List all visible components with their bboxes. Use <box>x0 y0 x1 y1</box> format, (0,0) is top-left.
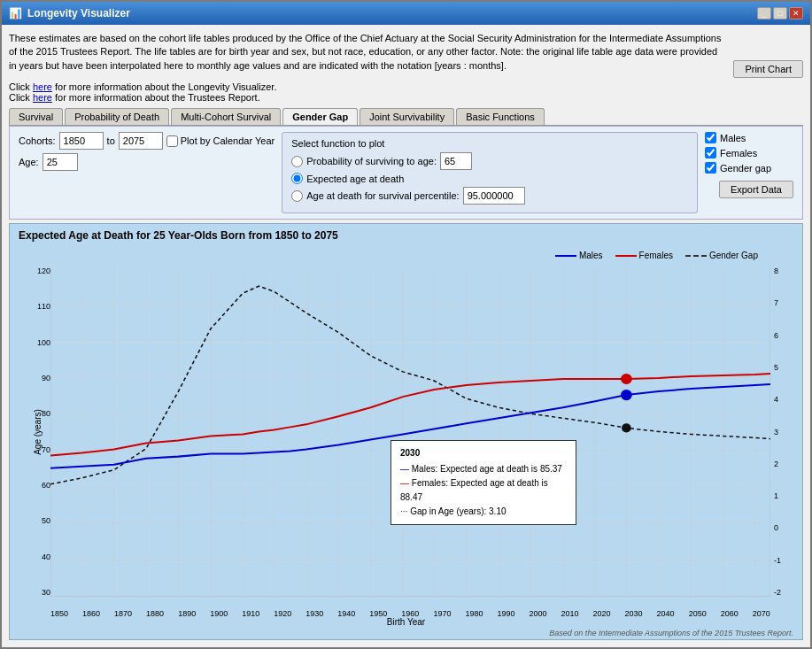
gender-gap-legend-line <box>685 255 707 257</box>
y-label-70: 70 <box>42 445 50 454</box>
tab-probability-of-death[interactable]: Probability of Death <box>65 108 169 125</box>
males-legend-line <box>555 255 576 257</box>
link-row-2: Click here for more information about th… <box>9 92 803 103</box>
y-label-90: 90 <box>42 374 50 382</box>
title-bar-controls: _ □ ✕ <box>757 7 803 19</box>
y-label-40: 40 <box>42 552 50 561</box>
tabs-row: Survival Probability of Death Multi-Coho… <box>9 108 803 126</box>
link2-suffix: for more information about the Trustees … <box>52 92 260 103</box>
minimize-button[interactable]: _ <box>757 7 771 19</box>
plot-calendar-year-checkbox[interactable]: Plot by Calendar Year <box>166 135 275 147</box>
maximize-button[interactable]: □ <box>773 7 787 19</box>
trustees-link[interactable]: here <box>33 92 52 103</box>
legend-gender-gap-label: Gender Gap <box>709 251 758 260</box>
radio-percentile-option: Age at death for survival percentile: 95… <box>291 187 688 205</box>
print-chart-button[interactable]: Print Chart <box>733 60 803 78</box>
description-text: These estimates are based on the cohort … <box>9 32 726 73</box>
radio-expected-option: Expected age at death <box>291 173 688 184</box>
males-checkbox-item[interactable]: Males <box>705 132 793 143</box>
plot-calendar-year-label: Plot by Calendar Year <box>181 135 275 146</box>
legend-males-label: Males <box>579 251 603 260</box>
radio-percentile[interactable] <box>291 190 303 202</box>
tab-survival[interactable]: Survival <box>9 108 63 125</box>
chart-svg <box>50 267 770 597</box>
y-label-100: 100 <box>37 338 50 347</box>
cohort-to-input[interactable]: 2075 <box>119 132 163 150</box>
gender-gap-checkbox-item[interactable]: Gender gap <box>705 162 793 174</box>
function-select-panel: Select function to plot Probability of s… <box>282 132 698 213</box>
percentile-input[interactable]: 95.000000 <box>463 187 525 205</box>
radio-expected-label: Expected age at death <box>306 174 404 184</box>
radio-prob-label: Probability of surviving to age: <box>306 156 437 166</box>
cohort-from-input[interactable]: 1850 <box>59 132 104 150</box>
plot-calendar-year-check[interactable] <box>166 135 178 147</box>
radio-percentile-label: Age at death for survival percentile: <box>306 190 459 201</box>
y-right-label-m2: -2 <box>774 588 781 597</box>
tab-gender-gap[interactable]: Gender Gap <box>282 108 358 125</box>
link-row-1: Click here for more information about th… <box>9 81 803 92</box>
y-right-label-m1: -1 <box>774 556 781 565</box>
link1-prefix: Click <box>9 81 33 92</box>
tooltip-year: 2030 <box>400 446 567 460</box>
controls-left: Cohorts: 1850 to 2075 Plot by Calendar Y… <box>19 132 275 171</box>
males-dot-2030 <box>621 390 632 400</box>
export-data-button[interactable]: Export Data <box>719 181 793 198</box>
content-area: These estimates are based on the cohort … <box>2 25 810 647</box>
tab-basic-functions[interactable]: Basic Functions <box>456 108 545 125</box>
svg-rect-0 <box>50 267 770 597</box>
y-label-60: 60 <box>42 481 50 490</box>
tab-joint-survivability[interactable]: Joint Survivability <box>360 108 454 125</box>
x-axis-labels: 1850 1860 1870 1880 1890 1900 1910 1920 … <box>50 609 770 618</box>
chart-container: Expected Age at Death for 25 Year-Olds B… <box>9 223 803 640</box>
legend-gender-gap: Gender Gap <box>685 251 758 260</box>
legend-females-label: Females <box>639 251 673 260</box>
age-input[interactable]: 25 <box>43 153 78 171</box>
males-checkbox[interactable] <box>705 132 716 143</box>
y-label-80: 80 <box>42 409 50 418</box>
function-select-title: Select function to plot <box>291 138 688 149</box>
y-right-label-6: 6 <box>774 331 778 340</box>
radio-prob-option: Probability of surviving to age: 65 <box>291 152 688 170</box>
tooltip-gap: ··· Gap in Age (years): 3.10 <box>400 505 567 519</box>
y-right-label-8: 8 <box>774 267 778 275</box>
legend-females: Females <box>615 251 673 260</box>
tooltip-males: — Males: Expected age at death is 85.37 <box>400 462 567 476</box>
radio-expected[interactable] <box>291 173 303 184</box>
x-axis-label: Birth Year <box>387 617 425 627</box>
links-area: Click here for more information about th… <box>9 81 803 103</box>
y-right-label-4: 4 <box>774 395 778 404</box>
females-legend-line <box>615 255 637 257</box>
y-axis-left-labels: 120 110 100 90 80 70 60 50 40 30 <box>27 267 50 597</box>
y-right-label-7: 7 <box>774 298 778 307</box>
males-label: Males <box>720 133 746 143</box>
longevity-link[interactable]: here <box>33 81 52 92</box>
y-axis-right-labels: 8 7 6 5 4 3 2 1 0 -1 -2 <box>774 267 797 597</box>
prob-age-input[interactable]: 65 <box>440 152 472 170</box>
tab-multi-cohort-survival[interactable]: Multi-Cohort Survival <box>171 108 281 125</box>
series-checkboxes: Males Females Gender gap <box>705 132 793 174</box>
export-row: Export Data <box>705 181 793 198</box>
chart-title: Expected Age at Death for 25 Year-Olds B… <box>10 224 802 243</box>
y-right-label-5: 5 <box>774 363 778 372</box>
gap-dot-2030 <box>622 424 631 433</box>
gender-gap-checkbox[interactable] <box>705 162 716 174</box>
females-dot-2030 <box>621 374 632 384</box>
females-checkbox[interactable] <box>705 147 716 158</box>
radio-prob[interactable] <box>291 156 303 167</box>
y-label-50: 50 <box>42 516 50 525</box>
gender-gap-label: Gender gap <box>720 163 771 174</box>
main-window: 📊 Longevity Visualizer _ □ ✕ These estim… <box>0 0 812 649</box>
y-right-label-1: 1 <box>774 491 778 500</box>
title-bar: 📊 Longevity Visualizer _ □ ✕ <box>2 2 810 25</box>
cohort-row: Cohorts: 1850 to 2075 Plot by Calendar Y… <box>19 132 275 150</box>
close-button[interactable]: ✕ <box>789 7 803 19</box>
window-title: Longevity Visualizer <box>27 7 130 19</box>
y-label-30: 30 <box>42 588 50 597</box>
chart-footnote: Based on the Intermediate Assumptions of… <box>549 629 793 637</box>
females-label: Females <box>720 148 757 158</box>
age-label: Age: <box>19 157 39 167</box>
y-right-label-3: 3 <box>774 428 778 437</box>
app-icon: 📊 <box>9 7 22 19</box>
females-checkbox-item[interactable]: Females <box>705 147 793 158</box>
y-right-label-2: 2 <box>774 460 778 468</box>
